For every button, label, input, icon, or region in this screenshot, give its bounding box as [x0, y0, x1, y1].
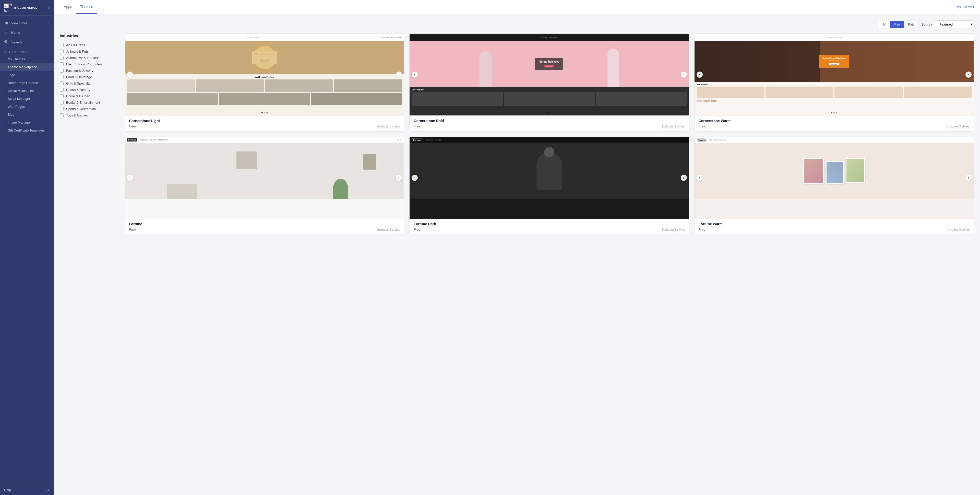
sidebar-footer-help-label: Help	[4, 488, 11, 492]
search-icon: 🔍	[4, 40, 9, 45]
industry-label-fashion: Fashion & Jewelry	[66, 69, 93, 73]
carousel-arrow-left-fortune-warm[interactable]: ‹	[697, 175, 703, 181]
sidebar-item-web-pages[interactable]: Web Pages	[0, 103, 54, 111]
theme-card-fortune-light[interactable]: Fortune PRODUCTSBRANDSINFORMATION 🔍🛒	[125, 137, 404, 235]
industry-item-food-beverage[interactable]: Food & Beverage	[60, 74, 118, 80]
sidebar-item-social-media-links[interactable]: Social Media Links	[0, 87, 54, 95]
themes-grid: STENCIL DEMO HOMESHOPABOUTCONTACT	[125, 33, 974, 235]
theme-card-cornerstone-bold[interactable]: CORNERSTONE DEMO Spring Releases Shop No…	[409, 33, 689, 132]
sidebar-item-image-manager[interactable]: Image Manager	[0, 118, 54, 126]
industry-item-books[interactable]: Books & Entertainment	[60, 99, 118, 106]
sidebar-collapse-button[interactable]: «	[48, 6, 49, 10]
carousel-arrow-right-fortune-dark[interactable]: ›	[681, 175, 687, 181]
industry-checkbox-animals-pets[interactable]	[60, 49, 64, 53]
industry-item-arts-crafts[interactable]: Arts & Crafts	[60, 42, 118, 48]
industry-label-food-beverage: Food & Beverage	[66, 75, 92, 79]
carousel-arrow-left-fortune-dark[interactable]: ‹	[412, 175, 418, 181]
sidebar-item-theme-marketplace[interactable]: Theme Marketplace	[0, 63, 54, 71]
industry-checkbox-books[interactable]	[60, 100, 64, 105]
filter-free-button[interactable]: Free	[890, 21, 904, 28]
carousel-dots-warm	[830, 112, 837, 113]
my-themes-link[interactable]: My Themes	[956, 5, 974, 9]
theme-preview-cornerstone-warm: CORNERSTONE DEMO Versatile and Modern Mo…	[695, 34, 974, 115]
tab-themes[interactable]: Themes	[76, 0, 97, 14]
sidebar-item-view-store[interactable]: ⊞ View Store ↗	[0, 18, 54, 28]
theme-name-fortune-warm: Fortune Warm	[698, 222, 969, 226]
sidebar-item-logo[interactable]: Logo	[0, 71, 54, 79]
mock-products-warm: New Products Design Organic	[695, 82, 974, 104]
mock-hero-bold: Spring Releases Shop Now	[410, 41, 689, 87]
sidebar-item-my-themes[interactable]: My Themes	[0, 55, 54, 63]
sidebar-item-gift-certificate-templates[interactable]: Gift Certificate Templates	[0, 126, 54, 134]
industry-label-health-beauty: Health & Beauty	[66, 88, 90, 92]
sidebar-item-script-manager[interactable]: Script Manager	[0, 95, 54, 103]
sidebar-item-blog[interactable]: Blog	[0, 111, 54, 118]
mock-hero-overlay-bold: Spring Releases Shop Now	[535, 58, 563, 70]
industry-item-gifts[interactable]: Gifts & Specialty	[60, 80, 118, 87]
mock-nav-light: HOMESHOPABOUTCONTACT	[381, 37, 402, 38]
industry-item-automotive[interactable]: Automotive & Industrial	[60, 55, 118, 61]
theme-card-cornerstone-warm[interactable]: CORNERSTONE DEMO Versatile and Modern Mo…	[694, 33, 974, 132]
fortune-logo-dark: Fortune	[412, 138, 422, 142]
sidebar-item-view-store-label: View Store	[11, 21, 27, 25]
carousel-arrow-left-fortune[interactable]: ‹	[127, 175, 133, 181]
filter-buttons: All Free Paid	[879, 21, 918, 28]
sidebar-item-search[interactable]: 🔍 Search	[0, 37, 54, 47]
sort-select[interactable]: Featured Newest Price: Low to High Price…	[935, 21, 974, 29]
carousel-arrow-right-warm[interactable]: ›	[966, 72, 972, 78]
theme-name-fortune-light: Fortune	[129, 222, 400, 226]
theme-meta-fortune-light: Free Includes 3 styles	[129, 228, 400, 231]
filter-paid-button[interactable]: Paid	[904, 21, 918, 28]
industry-checkbox-toys[interactable]	[60, 113, 64, 117]
theme-styles-cornerstone-light: Includes 3 styles	[377, 125, 400, 128]
industry-checkbox-health-beauty[interactable]	[60, 88, 64, 92]
sidebar-item-home[interactable]: ⌂ Home	[0, 28, 54, 37]
industry-checkbox-automotive[interactable]	[60, 56, 64, 60]
carousel-arrow-right-light[interactable]: ›	[396, 72, 402, 78]
theme-preview-cornerstone-bold: CORNERSTONE DEMO Spring Releases Shop No…	[410, 34, 689, 115]
main-layout: Industries Arts & Crafts Animals & Pets …	[60, 33, 974, 235]
mock-header-fortune-dark: Fortune PRODUCTSBRANDS	[410, 137, 689, 143]
mock-header-bold: CORNERSTONE DEMO	[410, 34, 689, 41]
industry-checkbox-sports[interactable]	[60, 107, 64, 111]
theme-card-fortune-warm[interactable]: Fortune PRODUCTSBRANDS	[694, 137, 974, 235]
theme-preview-fortune-dark: Fortune PRODUCTSBRANDS	[410, 137, 689, 219]
industry-item-home-garden[interactable]: Home & Garden	[60, 93, 118, 99]
carousel-arrow-left-warm[interactable]: ‹	[697, 72, 703, 78]
industry-item-fashion[interactable]: Fashion & Jewelry	[60, 67, 118, 74]
industry-checkbox-electronics[interactable]	[60, 62, 64, 66]
industry-checkbox-food-beverage[interactable]	[60, 75, 64, 79]
industry-item-electronics[interactable]: Electronics & Computers	[60, 61, 118, 67]
industry-label-books: Books & Entertainment	[66, 100, 100, 105]
industry-checkbox-fashion[interactable]	[60, 69, 64, 73]
industries-panel: Industries Arts & Crafts Animals & Pets …	[60, 33, 118, 235]
carousel-arrow-right-fortune-warm[interactable]: ›	[966, 175, 972, 181]
mock-products-bold: New Products	[410, 87, 689, 108]
svg-text:BC: BC	[5, 5, 7, 8]
industry-label-electronics: Electronics & Computers	[66, 62, 103, 66]
fortune-logo-light: Fortune	[127, 138, 137, 142]
carousel-arrow-left-light[interactable]: ‹	[127, 72, 133, 78]
industry-item-toys[interactable]: Toys & Games	[60, 112, 118, 118]
industry-checkbox-arts-crafts[interactable]	[60, 43, 64, 47]
carousel-arrow-left-bold[interactable]: ‹	[412, 72, 418, 78]
carousel-arrow-right-fortune[interactable]: ›	[396, 175, 402, 181]
carousel-arrow-right-bold[interactable]: ›	[681, 72, 687, 78]
filter-all-button[interactable]: All	[879, 21, 890, 28]
sidebar-item-homepage-carousel[interactable]: Home Page Carousel	[0, 79, 54, 87]
theme-card-info-fortune-dark: Fortune Dark Free Includes 3 styles	[410, 219, 689, 234]
industry-checkbox-gifts[interactable]	[60, 81, 64, 85]
theme-card-cornerstone-light[interactable]: STENCIL DEMO HOMESHOPABOUTCONTACT	[125, 33, 404, 132]
industry-checkbox-home-garden[interactable]	[60, 94, 64, 98]
theme-card-fortune-dark[interactable]: Fortune PRODUCTSBRANDS	[409, 137, 689, 235]
industry-item-animals-pets[interactable]: Animals & Pets	[60, 48, 118, 55]
industry-item-health-beauty[interactable]: Health & Beauty	[60, 87, 118, 93]
top-nav: Apps Themes My Themes	[54, 0, 980, 14]
mock-header-light: STENCIL DEMO HOMESHOPABOUTCONTACT	[125, 34, 404, 41]
theme-preview-fortune-warm: Fortune PRODUCTSBRANDS	[695, 137, 974, 219]
industry-item-sports[interactable]: Sports & Recreation	[60, 106, 118, 112]
carousel-dots-light	[261, 112, 268, 113]
theme-name-cornerstone-light: Cornerstone Light	[129, 119, 400, 123]
tab-apps[interactable]: Apps	[60, 0, 76, 14]
sidebar-footer-help[interactable]: Help ∧	[0, 485, 54, 495]
